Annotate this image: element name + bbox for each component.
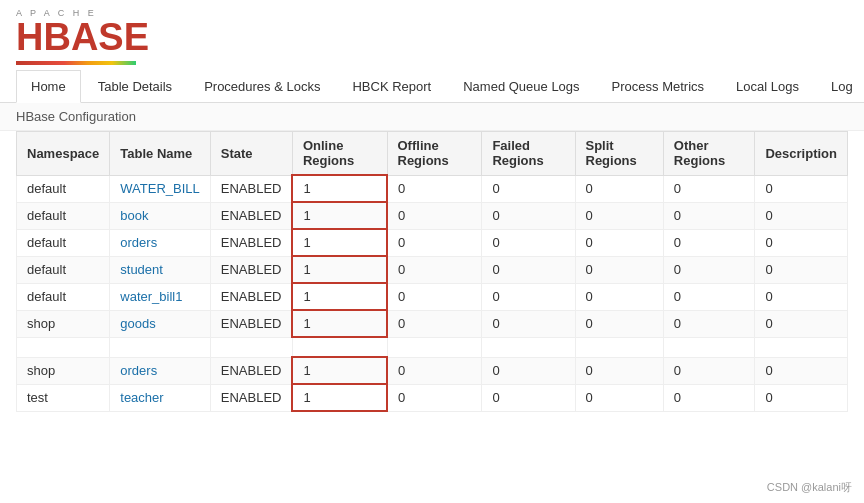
split-cell: 0: [575, 283, 663, 310]
split-cell: 0: [575, 229, 663, 256]
table-name-cell: orders: [110, 357, 210, 384]
table-link[interactable]: orders: [120, 363, 157, 378]
table-link[interactable]: teacher: [120, 390, 163, 405]
state-cell: ENABLED: [210, 310, 292, 337]
state-cell: ENABLED: [210, 357, 292, 384]
table-link[interactable]: goods: [120, 316, 155, 331]
section-header: HBase Configuration: [0, 103, 864, 131]
split-cell: 0: [575, 310, 663, 337]
col-header: Split Regions: [575, 132, 663, 176]
table-row: testteacherENABLED100000: [17, 384, 848, 411]
namespace-cell: test: [17, 384, 110, 411]
offline-cell: 0: [387, 357, 482, 384]
desc-cell: 0: [755, 384, 848, 411]
namespace-cell: default: [17, 256, 110, 283]
state-cell: ENABLED: [210, 283, 292, 310]
failed-cell: 0: [482, 256, 575, 283]
logo-h: H: [16, 16, 43, 59]
col-header: Failed Regions: [482, 132, 575, 176]
navigation-tabs: HomeTable DetailsProcedures & LocksHBCK …: [0, 69, 864, 103]
table-body: defaultWATER_BILLENABLED100000defaultboo…: [17, 175, 848, 411]
nav-tab-home[interactable]: Home: [16, 70, 81, 103]
empty-cell: [387, 337, 482, 357]
split-cell: 0: [575, 384, 663, 411]
offline-cell: 0: [387, 202, 482, 229]
table-name-cell: water_bill1: [110, 283, 210, 310]
empty-cell: [482, 337, 575, 357]
split-cell: 0: [575, 202, 663, 229]
nav-tab-hbck-report[interactable]: HBCK Report: [337, 70, 446, 103]
failed-cell: 0: [482, 310, 575, 337]
offline-cell: 0: [387, 229, 482, 256]
nav-tab-process-metrics[interactable]: Process Metrics: [597, 70, 719, 103]
failed-cell: 0: [482, 384, 575, 411]
table-name-cell: goods: [110, 310, 210, 337]
table-header: NamespaceTable NameStateOnline RegionsOf…: [17, 132, 848, 176]
split-cell: 0: [575, 175, 663, 202]
table-link[interactable]: orders: [120, 235, 157, 250]
desc-cell: 0: [755, 357, 848, 384]
failed-cell: 0: [482, 357, 575, 384]
online-regions-cell: 1: [292, 175, 387, 202]
namespace-cell: shop: [17, 357, 110, 384]
offline-cell: 0: [387, 175, 482, 202]
table-link[interactable]: book: [120, 208, 148, 223]
other-cell: 0: [663, 357, 755, 384]
table-row: defaultordersENABLED100000: [17, 229, 848, 256]
online-regions-cell: 1: [292, 202, 387, 229]
table-row: defaultwater_bill1ENABLED100000: [17, 283, 848, 310]
online-regions-cell: 1: [292, 357, 387, 384]
other-cell: 0: [663, 310, 755, 337]
state-cell: ENABLED: [210, 384, 292, 411]
online-regions-cell: 1: [292, 384, 387, 411]
table-name-cell: orders: [110, 229, 210, 256]
nav-tab-named-queue-logs[interactable]: Named Queue Logs: [448, 70, 594, 103]
empty-cell: [292, 337, 387, 357]
failed-cell: 0: [482, 202, 575, 229]
other-cell: 0: [663, 175, 755, 202]
main-content: NamespaceTable NameStateOnline RegionsOf…: [0, 131, 864, 428]
namespace-cell: default: [17, 202, 110, 229]
empty-cell: [663, 337, 755, 357]
table-row: defaultbookENABLED100000: [17, 202, 848, 229]
other-cell: 0: [663, 384, 755, 411]
nav-tab-log[interactable]: Log: [816, 70, 864, 103]
split-cell: 0: [575, 357, 663, 384]
nav-tab-local-logs[interactable]: Local Logs: [721, 70, 814, 103]
table-link[interactable]: student: [120, 262, 163, 277]
empty-cell: [17, 337, 110, 357]
header: A P A C H E H BASE: [0, 0, 864, 65]
namespace-cell: default: [17, 175, 110, 202]
col-header: Offline Regions: [387, 132, 482, 176]
failed-cell: 0: [482, 175, 575, 202]
nav-tab-table-details[interactable]: Table Details: [83, 70, 187, 103]
table-name-cell: student: [110, 256, 210, 283]
offline-cell: 0: [387, 283, 482, 310]
empty-cell: [110, 337, 210, 357]
online-regions-cell: 1: [292, 229, 387, 256]
table-link[interactable]: WATER_BILL: [120, 181, 199, 196]
online-regions-cell: 1: [292, 283, 387, 310]
desc-cell: 0: [755, 202, 848, 229]
table-name-cell: teacher: [110, 384, 210, 411]
table-row: [17, 337, 848, 357]
col-header: Table Name: [110, 132, 210, 176]
nav-tab-procedures-locks[interactable]: Procedures & Locks: [189, 70, 335, 103]
failed-cell: 0: [482, 283, 575, 310]
col-header: Namespace: [17, 132, 110, 176]
desc-cell: 0: [755, 283, 848, 310]
table-link[interactable]: water_bill1: [120, 289, 182, 304]
other-cell: 0: [663, 229, 755, 256]
col-header: Other Regions: [663, 132, 755, 176]
namespace-cell: shop: [17, 310, 110, 337]
namespace-cell: default: [17, 283, 110, 310]
header-row: NamespaceTable NameStateOnline RegionsOf…: [17, 132, 848, 176]
logo-base: BASE: [43, 16, 149, 59]
desc-cell: 0: [755, 175, 848, 202]
logo-bar: [16, 61, 136, 65]
desc-cell: 0: [755, 256, 848, 283]
state-cell: ENABLED: [210, 202, 292, 229]
namespace-cell: default: [17, 229, 110, 256]
table-name-cell: book: [110, 202, 210, 229]
table-row: defaultWATER_BILLENABLED100000: [17, 175, 848, 202]
